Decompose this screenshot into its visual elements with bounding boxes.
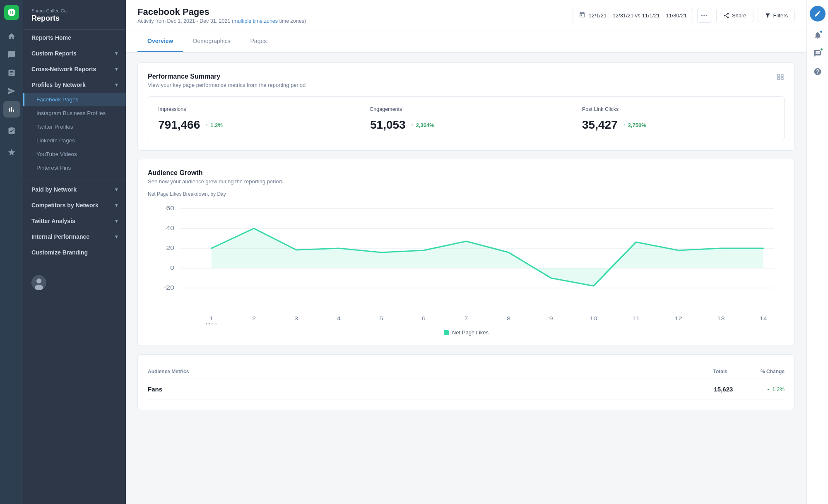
chart-legend: Net Page Likes [148,329,785,336]
sidebar-item-profiles-by-network[interactable]: Profiles by Network ▾ [23,77,126,93]
page-title-section: Facebook Pages Activity from Dec 1, 2021… [137,7,306,24]
sidebar: Sprout Coffee Co. Reports Reports Home C… [23,0,126,504]
reports-home-label: Reports Home [31,34,71,41]
sidebar-sub-youtube-videos[interactable]: YouTube Videos [23,147,126,161]
col-metric: Audience Metrics [148,369,189,374]
profiles-by-network-label: Profiles by Network [31,82,86,88]
help-button[interactable] [810,64,826,79]
sidebar-item-customize-branding[interactable]: Customize Branding [23,245,126,260]
svg-text:60: 60 [166,205,174,211]
timezone-link[interactable]: multiple time zones [233,18,278,24]
more-icon: ••• [701,13,708,18]
table-row: Fans 15,623 1.2% [148,379,785,400]
engagements-label: Engagements [370,106,402,114]
nav-icon-star[interactable] [3,144,20,161]
sidebar-header: Sprout Coffee Co. Reports [23,0,126,30]
date-range-text: 12/1/21 – 12/31/21 vs 11/1/21 – 11/30/21 [589,12,687,19]
icon-bar [0,0,23,504]
svg-text:6: 6 [422,315,426,322]
svg-text:9: 9 [549,315,553,322]
svg-text:14: 14 [759,315,767,322]
page-subtitle: Activity from Dec 1, 2021 - Dec 31, 2021… [137,18,306,24]
sidebar-item-paid-by-network[interactable]: Paid by Network ▾ [23,182,126,197]
svg-text:2: 2 [252,315,256,322]
right-panel [806,0,828,504]
competitors-label: Competitors by Network [31,202,99,209]
chat-button[interactable] [810,46,826,61]
sidebar-item-competitors-by-network[interactable]: Competitors by Network ▾ [23,197,126,213]
svg-point-1 [36,278,41,283]
filters-label: Filters [773,12,788,19]
metric-post-link-clicks: Post Link Clicks 35,427 2,750% [572,97,784,140]
audience-growth-subtitle: See how your audience grew during the re… [148,178,785,185]
legend-dot [444,330,449,335]
share-icon [723,12,729,19]
audience-growth-card: Audience Growth See how your audience gr… [137,159,795,346]
sidebar-item-custom-reports[interactable]: Custom Reports ▾ [23,46,126,61]
sidebar-sub-instagram-business[interactable]: Instagram Business Profiles [23,106,126,120]
compose-button[interactable] [810,6,826,22]
svg-text:7: 7 [464,315,468,322]
chevron-icon: ▾ [115,50,118,56]
paid-by-network-label: Paid by Network [31,186,77,193]
user-avatar-area[interactable] [23,269,126,297]
tab-overview[interactable]: Overview [137,31,183,52]
facebook-pages-label: Facebook Pages [36,96,78,103]
sidebar-sub-linkedin-pages[interactable]: LinkedIn Pages [23,134,126,147]
customize-branding-label: Customize Branding [31,249,88,256]
sidebar-item-cross-network[interactable]: Cross-Network Reports ▾ [23,61,126,77]
nav-icon-home[interactable] [3,28,20,45]
svg-text:3: 3 [294,315,298,322]
nav-icon-messages[interactable] [3,46,20,63]
nav-icon-inbox[interactable] [3,65,20,81]
chevron-icon: ▾ [115,218,118,224]
sidebar-sub-twitter-profiles[interactable]: Twitter Profiles [23,120,126,134]
engagements-change: 2,364% [410,122,434,128]
svg-text:10: 10 [590,315,597,322]
svg-text:40: 40 [166,225,174,231]
share-button[interactable]: Share [716,9,753,22]
nav-icon-publish[interactable] [3,83,20,99]
sidebar-sub-pinterest-pins[interactable]: Pinterest Pins [23,161,126,175]
fans-label: Fans [148,386,162,393]
page-title: Facebook Pages [137,7,306,17]
nav-icon-reports[interactable] [3,101,20,118]
chevron-icon: ▾ [115,234,118,240]
top-header: Facebook Pages Activity from Dec 1, 2021… [126,0,806,31]
impressions-value: 791,466 1.2% [158,118,350,132]
grid-icon[interactable] [776,73,785,83]
cross-network-label: Cross-Network Reports [31,66,96,72]
twitter-profiles-label: Twitter Profiles [36,124,73,130]
chevron-icon: ▾ [115,202,118,208]
app-logo [4,5,19,20]
user-avatar [31,275,46,290]
notification-button[interactable] [810,27,826,43]
engagements-value: 51,053 2,364% [370,118,562,132]
sidebar-item-twitter-analysis[interactable]: Twitter Analysis ▾ [23,213,126,229]
metric-impressions: Impressions 791,466 1.2% [148,97,360,140]
tab-demographics[interactable]: Demographics [183,31,240,52]
impressions-change: 1.2% [204,122,223,128]
chart-label: Net Page Likes Breakdown, by Day [148,191,785,197]
filters-button[interactable]: Filters [758,9,795,22]
sidebar-item-internal-performance[interactable]: Internal Performance ▾ [23,229,126,245]
notification-dot [819,30,823,34]
twitter-analysis-label: Twitter Analysis [31,218,75,224]
more-button[interactable]: ••• [697,8,712,23]
svg-text:5: 5 [379,315,383,322]
sidebar-item-reports-home[interactable]: Reports Home [23,30,126,46]
svg-text:Dec: Dec [206,322,217,324]
chevron-icon: ▾ [115,82,118,88]
tab-pages[interactable]: Pages [241,31,277,52]
section-title: Reports [31,14,118,23]
sidebar-sub-facebook-pages[interactable]: Facebook Pages [23,93,126,106]
audience-growth-chart: 60 40 20 0 -20 1 Dec 2 3 4 5 6 7 8 9 1 [148,200,785,324]
chat-dot [820,48,823,51]
metrics-row: Impressions 791,466 1.2% Engagements 51,… [148,96,785,140]
youtube-label: YouTube Videos [36,151,77,157]
nav-icon-tasks[interactable] [3,122,20,139]
svg-text:11: 11 [632,315,640,322]
chevron-icon: ▾ [115,187,118,192]
post-link-clicks-value: 35,427 2,750% [582,118,774,132]
date-picker-button[interactable]: 12/1/21 – 12/31/21 vs 11/1/21 – 11/30/21 [573,8,693,23]
